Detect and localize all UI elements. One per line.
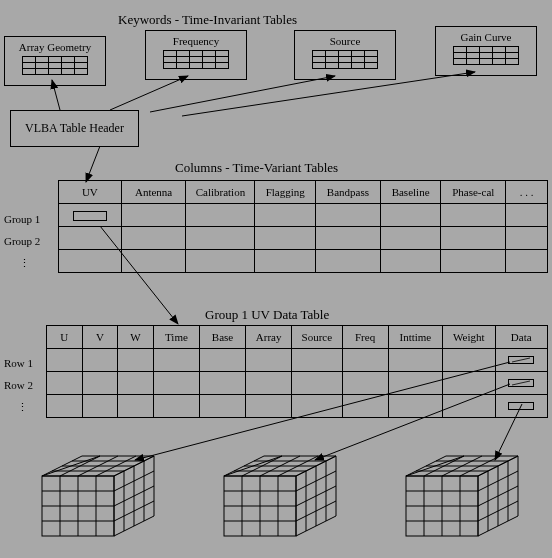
- svg-line-25: [110, 76, 188, 110]
- svg-line-31: [315, 384, 510, 460]
- svg-line-29: [100, 226, 178, 324]
- svg-line-30: [135, 362, 510, 460]
- svg-line-27: [182, 72, 475, 116]
- cube-icon: [406, 456, 518, 536]
- cube-icon: [42, 456, 154, 536]
- svg-line-32: [495, 404, 522, 460]
- cube-icon: [224, 456, 336, 536]
- svg-line-24: [52, 80, 60, 110]
- svg-line-28: [86, 146, 100, 182]
- cubes-and-arrows-layer: [0, 0, 552, 558]
